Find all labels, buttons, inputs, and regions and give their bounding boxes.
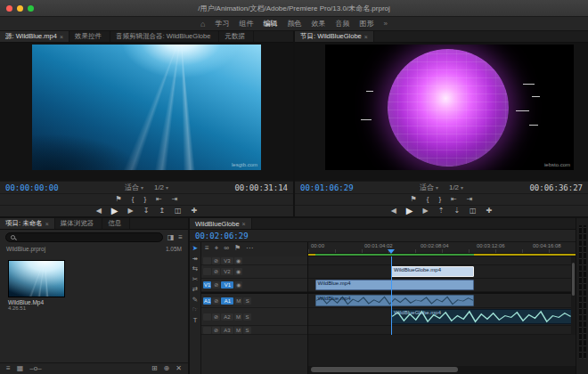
mark-in-icon[interactable]: {	[132, 196, 135, 203]
timeline-settings-icon[interactable]: ⋯	[246, 245, 253, 252]
type-tool[interactable]: T	[193, 317, 198, 324]
panel-tab[interactable]: 节目: WildBlueGlobe ×	[295, 31, 374, 42]
track-target-toggle[interactable]: V3	[221, 257, 233, 264]
workspace-tab[interactable]: 学习	[215, 19, 229, 28]
mark-in-icon[interactable]: {	[427, 196, 429, 203]
panel-tab[interactable]: 信息	[102, 218, 130, 229]
close-icon[interactable]: ×	[45, 221, 49, 227]
panel-menu-icon[interactable]: ≡	[178, 234, 183, 241]
timeline-ruler[interactable]: 00:0000:01:04:0200:02:08:0400:03:12:0600…	[308, 242, 576, 254]
track-lock-icon[interactable]: ⊘	[212, 268, 220, 275]
mark-out-icon[interactable]: }	[438, 196, 441, 203]
minimize-window-button[interactable]	[17, 5, 23, 12]
icon-view-icon[interactable]: ▦	[17, 365, 24, 372]
workspace-tab[interactable]: 组件	[239, 19, 253, 28]
goto-in-icon[interactable]: ⇤	[451, 196, 457, 203]
step-back-icon[interactable]: ◀	[391, 207, 396, 215]
vertical-scrollbar-thumb[interactable]	[572, 263, 575, 296]
toggle-track-output-icon[interactable]: ◉	[234, 268, 242, 275]
source-patch-toggle[interactable]: A1	[203, 297, 211, 305]
add-marker-icon[interactable]: ⚑	[116, 196, 122, 203]
ripple-edit-tool[interactable]: ⇆	[192, 265, 198, 272]
play-icon[interactable]: ▶	[406, 207, 413, 215]
new-item-icon[interactable]: ⊕	[164, 365, 170, 372]
vertical-scrollbar[interactable]	[571, 256, 576, 335]
hand-tool[interactable]: ☞	[192, 306, 199, 313]
zoom-level-select[interactable]: 适合▾	[125, 183, 143, 192]
track-target-toggle[interactable]: A3	[221, 327, 233, 334]
timeline-clip-a1[interactable]: WildBlue.mp4	[315, 295, 475, 306]
step-back-icon[interactable]: ◀	[96, 207, 102, 215]
workspace-tab[interactable]: 图形	[359, 19, 373, 28]
linked-selection-icon[interactable]: ∞	[224, 245, 229, 252]
track-target-toggle[interactable]: V2	[221, 268, 233, 275]
goto-out-icon[interactable]: ⇥	[467, 196, 473, 203]
button-editor-icon[interactable]: ✚	[192, 207, 198, 215]
mute-track-button[interactable]: M	[234, 297, 242, 305]
source-patch-toggle[interactable]	[203, 268, 211, 275]
timeline-tracks-area[interactable]: WildBlueGlobe.mp4 WildBlue.mp4	[308, 256, 576, 335]
track-lock-icon[interactable]: ⊘	[212, 327, 220, 334]
zoom-slider[interactable]: –o–	[29, 365, 41, 372]
track-a3[interactable]	[308, 326, 576, 335]
workspace-tab[interactable]: 效果	[311, 19, 325, 28]
playback-resolution-select[interactable]: 1/2▾	[449, 183, 463, 191]
overwrite-icon[interactable]: ↥	[159, 207, 165, 215]
toggle-track-output-icon[interactable]: ◉	[234, 281, 242, 289]
sequence-menu-icon[interactable]: ≡	[205, 245, 209, 252]
export-frame-icon[interactable]: ◫	[175, 207, 182, 215]
playhead-marker[interactable]	[388, 249, 395, 254]
close-icon[interactable]: ×	[60, 34, 63, 40]
track-v2[interactable]: WildBlueGlobe.mp4	[308, 265, 576, 279]
close-window-button[interactable]	[6, 5, 12, 12]
panel-tab[interactable]: 元数据	[219, 31, 254, 42]
panel-tab[interactable]: 效果控件	[69, 31, 110, 42]
razor-tool[interactable]: ✂	[192, 276, 198, 283]
panel-tab[interactable]: 项目: 未命名 ×	[0, 218, 55, 229]
solo-track-button[interactable]: S	[243, 313, 251, 321]
track-v3[interactable]	[308, 256, 576, 265]
selection-tool[interactable]: ➤	[192, 245, 198, 252]
project-bin-area[interactable]: WildBlue.Mp4 4.26.51	[0, 254, 188, 362]
delete-icon[interactable]: ✕	[176, 365, 182, 372]
pen-tool[interactable]: ✎	[192, 297, 198, 304]
insert-icon[interactable]: ↧	[143, 207, 150, 215]
close-icon[interactable]: ×	[242, 221, 246, 227]
sequence-timecode[interactable]: 00:02:06:29	[195, 232, 249, 240]
clip-thumbnail[interactable]	[8, 260, 65, 297]
source-patch-toggle[interactable]: V1	[203, 281, 211, 289]
zoom-level-select[interactable]: 适合▾	[420, 183, 438, 192]
workspace-tab[interactable]: 编辑	[263, 19, 277, 28]
lift-icon[interactable]: ⇡	[438, 207, 445, 215]
track-lock-icon[interactable]: ⊘	[212, 313, 220, 321]
timeline-clip-v2[interactable]: WildBlueGlobe.mp4	[391, 266, 474, 277]
step-forward-icon[interactable]: ▶	[423, 207, 429, 215]
step-forward-icon[interactable]: ▶	[128, 207, 134, 215]
goto-in-icon[interactable]: ⇤	[156, 196, 162, 203]
goto-out-icon[interactable]: ⇥	[172, 196, 178, 203]
track-select-forward-tool[interactable]: ↠	[192, 256, 198, 263]
timeline-clip-a2[interactable]: WildBlueGlobe.mp4	[391, 309, 572, 324]
workspace-overflow-icon[interactable]: »	[383, 20, 387, 28]
workspace-tab[interactable]: 颜色	[287, 19, 301, 28]
button-editor-icon[interactable]: ✚	[486, 207, 493, 215]
solo-track-button[interactable]: S	[243, 297, 251, 305]
track-lock-icon[interactable]: ⊘	[212, 297, 220, 305]
close-icon[interactable]: ×	[364, 34, 368, 40]
home-icon[interactable]: ⌂	[200, 20, 205, 28]
source-patch-toggle[interactable]	[203, 327, 211, 334]
extract-icon[interactable]: ⇣	[453, 207, 460, 215]
add-marker-icon[interactable]: ⚑	[234, 245, 241, 252]
view-options-icon[interactable]: ◨	[167, 234, 175, 241]
track-lock-icon[interactable]: ⊘	[212, 257, 220, 264]
track-target-toggle[interactable]: A2	[221, 313, 233, 321]
track-target-toggle[interactable]: A1	[221, 297, 233, 305]
playhead[interactable]	[391, 256, 392, 335]
list-view-icon[interactable]: ≡	[6, 365, 11, 372]
project-item[interactable]: WildBlue.Mp4 4.26.51	[8, 260, 180, 311]
track-a2[interactable]: WildBlueGlobe.mp4	[308, 308, 576, 326]
mark-out-icon[interactable]: }	[143, 196, 146, 203]
timeline-clip-v1[interactable]: WildBlue.mp4	[315, 280, 475, 290]
source-patch-toggle[interactable]	[203, 257, 211, 264]
sequence-tab[interactable]: WildBlueGlobe ×	[190, 218, 252, 229]
